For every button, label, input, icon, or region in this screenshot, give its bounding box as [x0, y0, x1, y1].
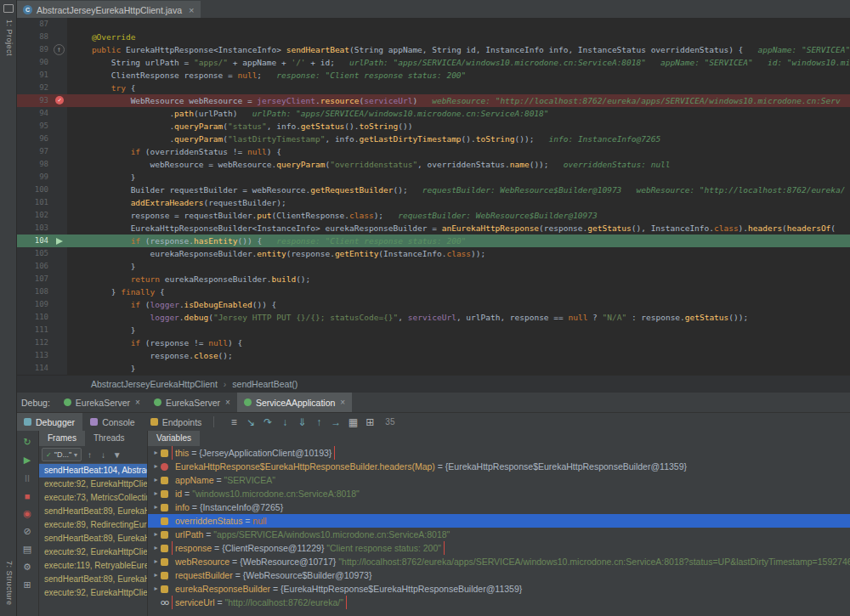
filter-frames-icon[interactable]: ▼ — [111, 450, 122, 460]
toolwindow-button-structure[interactable]: 7: Structure — [3, 561, 14, 606]
variable-row[interactable]: ▸this = {JerseyApplicationClient@10193} — [148, 446, 850, 460]
expand-arrow-icon[interactable]: ▸ — [151, 460, 161, 473]
show-execution-point-button[interactable]: ↘ — [242, 414, 259, 431]
restore-layout-button[interactable]: ⊞ — [361, 414, 378, 431]
expand-arrow-icon[interactable]: ▸ — [151, 541, 161, 555]
force-step-into-button[interactable]: ⇓ — [293, 414, 310, 431]
resume-button[interactable]: ▶ — [19, 452, 36, 468]
editor-tab[interactable]: C AbstractJerseyEurekaHttpClient.java × — [16, 1, 201, 19]
step-into-button[interactable]: ↓ — [276, 414, 293, 431]
stack-frame-row[interactable]: execute:92, EurekaHttpClien — [39, 478, 147, 491]
line-number[interactable]: 92 — [16, 82, 53, 94]
view-breakpoints-button[interactable]: ◉ — [19, 506, 36, 522]
stop-button[interactable]: ■ — [19, 488, 36, 504]
layout-menu-button[interactable]: ≡ — [225, 414, 242, 431]
line-number[interactable]: 99 — [16, 171, 53, 184]
tab-threads[interactable]: Threads — [85, 431, 133, 446]
line-number[interactable]: 105 — [16, 247, 53, 260]
tab-endpoints[interactable]: Endpoints — [143, 413, 210, 431]
debug-session-tab[interactable]: EurekaServer× — [147, 393, 237, 412]
close-icon[interactable]: × — [189, 5, 194, 15]
breadcrumb-class[interactable]: AbstractJerseyEurekaHttpClient — [91, 379, 218, 389]
line-number[interactable]: 103 — [16, 222, 53, 235]
line-number[interactable]: 91 — [16, 69, 53, 82]
close-icon[interactable]: × — [340, 398, 345, 407]
toolwindow-button-project[interactable]: 1: Project — [3, 20, 14, 56]
line-number[interactable]: 96 — [16, 133, 53, 145]
evaluate-expression-button[interactable]: ▦ — [344, 414, 361, 431]
rerun-button[interactable]: ↻ — [19, 434, 36, 450]
thread-dump-button[interactable]: ▤ — [19, 541, 36, 557]
line-number[interactable]: 114 — [16, 362, 53, 375]
variable-row[interactable]: OOserviceUrl = "http://localhost:8762/eu… — [148, 596, 850, 609]
expand-arrow-icon[interactable]: ▸ — [151, 528, 161, 541]
run-to-cursor-button[interactable]: → — [327, 414, 344, 431]
variable-row[interactable]: ▸requestBuilder = {WebResource$Builder@1… — [148, 568, 850, 582]
stack-frame-row[interactable]: execute:119, RetryableEurek — [39, 559, 147, 573]
stack-frame-row[interactable]: sendHeartBeat:104, Abstrac — [39, 464, 147, 478]
window-menu-icon[interactable] — [3, 4, 14, 13]
variable-row[interactable]: ▸appName = "SERVICEA" — [148, 473, 850, 487]
line-number[interactable]: 102 — [16, 209, 53, 222]
stack-frame-row[interactable]: execute:89, RedirectingEure — [39, 518, 147, 532]
variable-row[interactable]: overriddenStatus = null — [148, 514, 850, 528]
close-icon[interactable]: × — [225, 398, 230, 407]
line-number[interactable]: 106 — [16, 260, 53, 273]
code-editor[interactable]: 8788 @Override89↑ public EurekaHttpRespo… — [16, 18, 850, 376]
next-frame-icon[interactable]: ↓ — [98, 450, 109, 460]
variable-row[interactable]: ▸eurekaResponseBuilder = {EurekaHttpResp… — [148, 582, 850, 596]
line-number[interactable]: 110 — [16, 311, 53, 324]
line-number[interactable]: 97 — [16, 145, 53, 158]
mute-breakpoints-button[interactable]: ⊘ — [19, 523, 36, 540]
breakpoint-icon[interactable]: ✓ — [55, 96, 64, 105]
line-number[interactable]: 108 — [16, 285, 53, 298]
close-icon[interactable]: × — [135, 398, 140, 407]
line-number[interactable]: 113 — [16, 349, 53, 362]
stack-frame-row[interactable]: execute:92, EurekaHttpClien — [39, 545, 147, 559]
expand-arrow-icon[interactable]: ▸ — [151, 555, 161, 568]
line-number[interactable]: 94 — [16, 107, 53, 120]
variable-row[interactable]: ▸urlPath = "apps/SERVICEA/windows10.micr… — [148, 528, 850, 541]
stack-frame-row[interactable]: execute:73, MetricsCollectin — [39, 491, 147, 505]
previous-frame-icon[interactable]: ↑ — [84, 450, 95, 460]
line-number[interactable]: 89 — [16, 43, 53, 56]
line-number[interactable]: 90 — [16, 56, 53, 69]
line-number[interactable]: 104 — [16, 235, 53, 247]
tab-console[interactable]: Console — [82, 413, 143, 431]
step-over-button[interactable]: ↷ — [259, 414, 276, 431]
line-number[interactable]: 98 — [16, 158, 53, 171]
tab-debugger[interactable]: Debugger — [16, 413, 82, 431]
line-number[interactable]: 88 — [16, 31, 53, 43]
stack-frame-row[interactable]: sendHeartBeat:89, EurekaH — [39, 505, 147, 518]
override-marker-icon[interactable]: ↑ — [54, 44, 65, 55]
line-number[interactable]: 111 — [16, 324, 53, 336]
variable-row[interactable]: ▸EurekaHttpResponse$EurekaHttpResponseBu… — [148, 460, 850, 473]
stack-frame-row[interactable]: sendHeartBeat:89, EurekaH — [39, 573, 147, 586]
variable-row[interactable]: ▸id = "windows10.microdone.cn:ServiceA:8… — [148, 487, 850, 500]
pause-button[interactable]: II — [19, 470, 36, 486]
variable-row[interactable]: ▸info = {InstanceInfo@7265} — [148, 500, 850, 514]
line-number[interactable]: 95 — [16, 120, 53, 133]
line-number[interactable]: 101 — [16, 196, 53, 209]
line-number[interactable]: 107 — [16, 273, 53, 285]
line-number[interactable]: 87 — [16, 18, 53, 31]
variable-row[interactable]: ▸webResource = {WebResource@10717} "http… — [148, 555, 850, 568]
debug-session-tab[interactable]: ServiceAApplication× — [237, 393, 352, 412]
tab-frames[interactable]: Frames — [39, 431, 85, 446]
debug-session-tab[interactable]: EurekaServer× — [57, 393, 147, 412]
expand-arrow-icon[interactable]: ▸ — [151, 582, 161, 596]
line-number[interactable]: 93 — [16, 94, 53, 107]
variable-row[interactable]: ▸response = {ClientResponse@11229} "Clie… — [148, 541, 850, 555]
expand-arrow-icon[interactable]: ▸ — [151, 487, 161, 500]
line-number[interactable]: 112 — [16, 336, 53, 349]
thread-selector[interactable]: ✓ "D..." ▾ — [42, 448, 82, 461]
step-out-button[interactable]: ↑ — [310, 414, 327, 431]
stack-frame-row[interactable]: sendHeartBeat:89, EurekaH — [39, 532, 147, 545]
expand-arrow-icon[interactable]: ▸ — [151, 568, 161, 582]
expand-arrow-icon[interactable]: ▸ — [151, 473, 161, 487]
stack-frame-row[interactable]: execute:92, EurekaHttpClien — [39, 586, 147, 600]
tab-variables[interactable]: Variables — [148, 431, 200, 446]
expand-arrow-icon[interactable]: ▸ — [151, 500, 161, 514]
breadcrumb-method[interactable]: sendHeartBeat() — [232, 379, 298, 389]
expand-arrow-icon[interactable]: ▸ — [151, 446, 161, 460]
